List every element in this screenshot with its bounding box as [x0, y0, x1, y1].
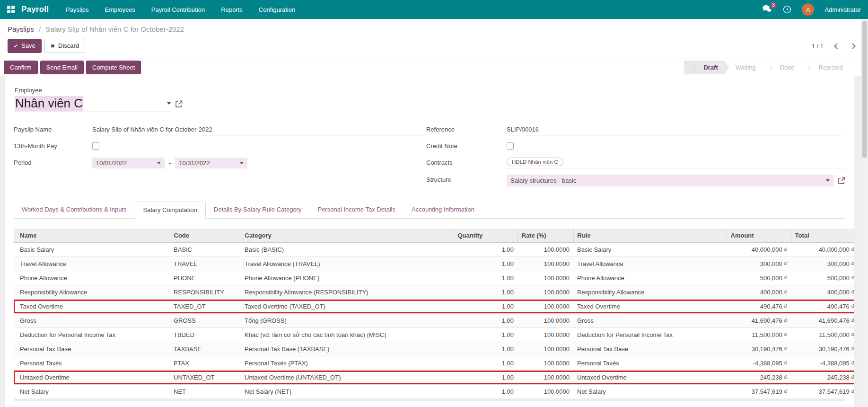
pager-previous-button[interactable]	[834, 43, 840, 49]
status-step[interactable]: Waiting	[729, 61, 762, 74]
employee-input[interactable]: Nhân viên C	[15, 96, 171, 112]
cell-rule[interactable]: Gross	[573, 313, 727, 327]
cell-rate[interactable]: 100.0000	[517, 257, 573, 271]
workflow-button[interactable]: Send Email	[40, 61, 84, 74]
column-header-amount[interactable]: Amount	[727, 229, 791, 242]
column-header-quantity[interactable]: Quantity	[454, 229, 517, 242]
cell-amount[interactable]: 30,190,476 ₫	[727, 342, 791, 356]
workflow-button[interactable]: Compute Sheet	[86, 61, 141, 74]
cell-total[interactable]: 30,190,476 ₫	[791, 342, 854, 356]
cell-total[interactable]: -4,388,095 ₫	[791, 356, 854, 370]
cell-category[interactable]: Basic (BASIC)	[241, 242, 454, 257]
save-button[interactable]: Save	[8, 39, 42, 53]
salary-line-row[interactable]: Untaxed Overtime UNTAXED_OT Untaxed Over…	[14, 370, 854, 384]
user-avatar[interactable]: A	[802, 3, 814, 16]
cell-amount[interactable]: 40,000,000 ₫	[727, 242, 791, 257]
column-header-name[interactable]: Name	[14, 229, 170, 242]
cell-rule[interactable]: Personal Taxés	[573, 356, 727, 370]
cell-code[interactable]: PTAX	[170, 356, 241, 370]
cell-amount[interactable]: 37,547,619 ₫	[727, 384, 791, 398]
cell-rate[interactable]: 100.0000	[517, 327, 573, 342]
cell-code[interactable]: NET	[170, 384, 241, 398]
employee-external-link-icon[interactable]	[175, 100, 183, 108]
breadcrumb-parent-link[interactable]: Payslips	[8, 25, 34, 33]
cell-quantity[interactable]: 1.00	[454, 370, 517, 384]
payslip-name-input[interactable]: Salary Slip of Nhân viên C for October-2…	[92, 124, 426, 135]
nav-menu-item[interactable]: Payslips	[66, 6, 88, 13]
column-header-rule[interactable]: Rule	[573, 229, 727, 242]
vertical-scrollbar[interactable]	[861, 19, 868, 407]
cell-total[interactable]: 500,000 ₫	[791, 271, 854, 285]
cell-category[interactable]: Tổng (GROSS)	[241, 313, 454, 327]
cell-rate[interactable]: 100.0000	[517, 313, 573, 327]
cell-rate[interactable]: 100.0000	[517, 356, 573, 370]
cell-rate[interactable]: 100.0000	[517, 342, 573, 356]
cell-rate[interactable]: 100.0000	[517, 299, 573, 313]
cell-amount[interactable]: 11,500,000 ₫	[727, 327, 791, 342]
salary-line-row[interactable]: Taxed Overtime TAXED_OT Taxed Overtime (…	[14, 299, 854, 313]
cell-quantity[interactable]: 1.00	[454, 299, 517, 313]
cell-rate[interactable]: 100.0000	[517, 271, 573, 285]
salary-line-row[interactable]: Personal Taxés PTAX Personal Taxés (PTAX…	[14, 356, 854, 370]
reference-input[interactable]: SLIP/00016	[507, 124, 845, 135]
discard-button[interactable]: Discard	[44, 39, 85, 53]
salary-line-row[interactable]: Phone Allowance PHONE Phone Allowance (P…	[14, 271, 854, 285]
13th-month-pay-checkbox[interactable]	[92, 142, 99, 150]
cell-category[interactable]: Phone Allowance (PHONE)	[241, 271, 454, 285]
cell-code[interactable]: PHONE	[170, 271, 241, 285]
cell-code[interactable]: BASIC	[170, 242, 241, 257]
cell-quantity[interactable]: 1.00	[454, 313, 517, 327]
cell-name[interactable]: Personal Taxés	[14, 356, 170, 370]
workflow-button[interactable]: Confirm	[4, 61, 38, 74]
cell-amount[interactable]: 41,690,476 ₫	[727, 313, 791, 327]
cell-name[interactable]: Responsibility Allowance	[14, 285, 170, 299]
salary-line-row[interactable]: Travel Allowance TRAVEL Travel Allowance…	[14, 257, 854, 271]
user-name[interactable]: Administrator	[824, 6, 861, 13]
cell-category[interactable]: Responsibility Allowance (RESPONSIBILITY…	[241, 285, 454, 299]
column-header-category[interactable]: Category	[241, 229, 454, 242]
status-step[interactable]: Draft	[684, 61, 729, 74]
cell-total[interactable]: 41,690,476 ₫	[791, 313, 854, 327]
status-step[interactable]: Rejected	[801, 61, 849, 74]
cell-total[interactable]: 490,476 ₫	[791, 299, 854, 313]
cell-total[interactable]: 11,500,000 ₫	[791, 327, 854, 342]
salary-line-row[interactable]: Gross GROSS Tổng (GROSS) 1.00 100.0000 G…	[14, 313, 854, 327]
cell-quantity[interactable]: 1.00	[454, 242, 517, 257]
cell-total[interactable]: 400,000 ₫	[791, 285, 854, 299]
notebook-tab[interactable]: Salary Computation	[135, 202, 206, 219]
period-to-input[interactable]: 10/31/2022	[175, 158, 247, 168]
scrollbar-thumb[interactable]	[862, 21, 867, 158]
cell-total[interactable]: 37,547,619 ₫	[791, 384, 854, 398]
cell-rate[interactable]: 100.0000	[517, 370, 573, 384]
cell-category[interactable]: Khác (vd: làm cơ sở cho các tính toán kh…	[241, 327, 454, 342]
notebook-tab[interactable]: Personal Income Tax Details	[309, 202, 403, 218]
cell-total[interactable]: 40,000,000 ₫	[791, 242, 854, 257]
cell-code[interactable]: GROSS	[170, 313, 241, 327]
credit-note-checkbox[interactable]	[507, 142, 514, 150]
cell-quantity[interactable]: 1.00	[454, 327, 517, 342]
cell-name[interactable]: Phone Allowance	[14, 271, 170, 285]
cell-category[interactable]: Travel Allowance (TRAVEL)	[241, 257, 454, 271]
column-header-total[interactable]: Total	[791, 229, 854, 242]
cell-name[interactable]: Untaxed Overtime	[14, 370, 170, 384]
structure-external-link-icon[interactable]	[838, 177, 845, 185]
cell-name[interactable]: Travel Allowance	[14, 257, 170, 271]
cell-name[interactable]: Basic Salary	[14, 242, 170, 257]
pager-next-button[interactable]	[850, 43, 856, 49]
cell-quantity[interactable]: 1.00	[454, 384, 517, 398]
salary-line-row[interactable]: Net Salary NET Net Salary (NET) 1.00 100…	[14, 384, 854, 398]
cell-rule[interactable]: Basic Salary	[573, 242, 727, 257]
cell-rule[interactable]: Personal Tax Base	[573, 342, 727, 356]
cell-quantity[interactable]: 1.00	[454, 285, 517, 299]
cell-amount[interactable]: 245,238 ₫	[727, 370, 791, 384]
cell-category[interactable]: Taxed Overtime (TAXED_OT)	[241, 299, 454, 313]
notebook-tab[interactable]: Worked Days & Contributions & Inputs	[14, 202, 135, 218]
cell-rule[interactable]: Deduction for Personal Income Tax	[573, 327, 727, 342]
nav-menu-item[interactable]: Employees	[105, 6, 135, 13]
cell-total[interactable]: 245,238 ₫	[791, 370, 854, 384]
salary-line-row[interactable]: Deduction for Personal Income Tax TBDED …	[14, 327, 854, 342]
nav-menu-item[interactable]: Payroll Contribution	[151, 6, 205, 13]
caret-down-icon[interactable]	[167, 102, 171, 105]
notebook-tab[interactable]: Details By Salary Rule Category	[206, 202, 310, 218]
cell-name[interactable]: Net Salary	[14, 384, 170, 398]
